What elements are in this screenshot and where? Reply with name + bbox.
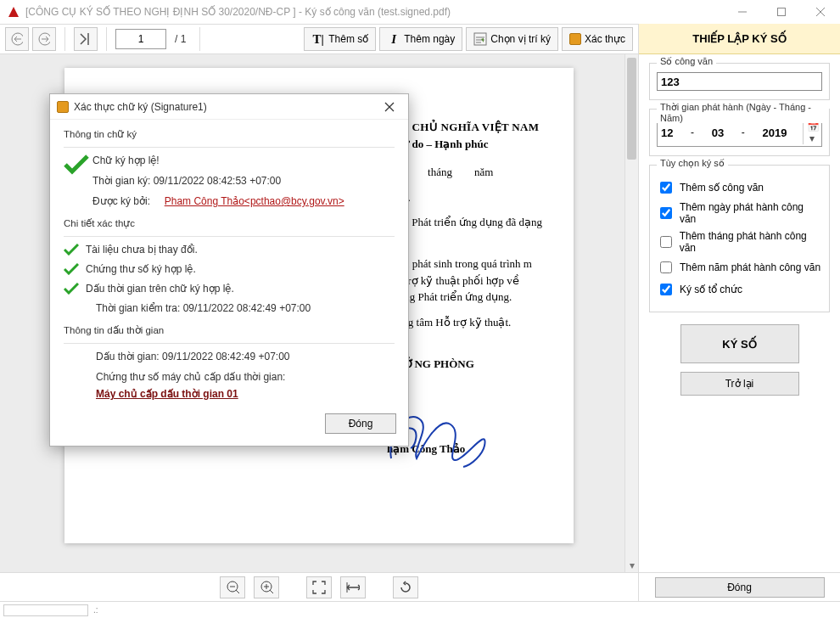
panel-title: THIẾP LẬP KÝ SỐ	[639, 24, 840, 54]
dialog-titlebar[interactable]: Xác thực chữ ký (Signature1)	[50, 94, 408, 120]
opt-add-year-checkbox[interactable]	[660, 261, 672, 273]
signature-valid-text: Chữ ký hợp lệ!	[92, 154, 395, 166]
opt-org-sign-checkbox[interactable]	[660, 284, 672, 295]
doc-p2: hòng Phát triển ứng dụng đã dạng PDF.	[387, 214, 548, 247]
rotate-button[interactable]	[393, 576, 418, 598]
signed-by-label: Được ký bởi:	[92, 195, 150, 207]
verify-icon	[569, 33, 581, 45]
opt-add-year[interactable]: Thêm năm phát hành công văn	[657, 259, 822, 276]
app-icon	[7, 5, 20, 19]
sign-options-fieldset: Tùy chọn ký số Thêm số công văn Thêm ngà…	[649, 165, 830, 312]
doc-number-input[interactable]	[657, 72, 822, 91]
page-total: / 1	[170, 33, 191, 45]
publish-date-label: Thời gian phát hành (Ngày - Tháng - Năm)	[657, 102, 829, 123]
status-box	[3, 604, 88, 616]
verify-label: Xác thực	[585, 33, 625, 45]
choose-position-label: Chọn vị trí ký	[490, 33, 551, 45]
verify-signature-dialog: Xác thực chữ ký (Signature1) Thông tin c…	[49, 93, 409, 447]
calendar-icon[interactable]: 📅▾	[803, 121, 818, 144]
opt-org-sign[interactable]: Ký số tổ chức	[657, 281, 822, 298]
statusbar: .:	[0, 601, 840, 618]
doc-header-line1: HỘI CHỦ NGHĨA VIỆT NAM	[387, 119, 548, 136]
window-maximize[interactable]	[762, 0, 801, 24]
doc-p1: huật.	[387, 189, 548, 206]
sign-options-label: Tùy chọn ký số	[657, 158, 728, 169]
opt-add-month[interactable]: Thêm tháng phát hành công văn	[657, 230, 822, 254]
fit-width-button[interactable]	[340, 576, 366, 598]
sect-signature-info: Thông tin chữ ký	[64, 128, 395, 140]
add-date-button[interactable]: I Thêm ngày	[379, 27, 462, 51]
svg-rect-3	[474, 33, 486, 45]
svg-rect-0	[778, 8, 786, 16]
sign-position-icon	[473, 32, 487, 46]
doc-director: RƯỞNG PHÒNG	[387, 356, 548, 373]
ts-server-link[interactable]: Máy chủ cấp dấu thời gian 01	[96, 388, 238, 400]
verify-time-text: Thời gian kiểm tra: 09/11/2022 08:42:49 …	[64, 302, 395, 314]
vertical-scrollbar[interactable]: ▴ ▾	[624, 54, 638, 572]
page-number-input[interactable]	[115, 29, 166, 49]
opt-add-day-checkbox[interactable]	[660, 207, 672, 219]
signed-by-link[interactable]: Pham Công Thảo<pcthao@bcy.gov.vn>	[165, 195, 344, 207]
opt-add-number[interactable]: Thêm số công văn	[657, 179, 822, 196]
check-icon	[64, 244, 86, 258]
detail-2: Chứng thư số ký hợp lệ.	[86, 263, 395, 275]
add-date-label: Thêm ngày	[404, 33, 455, 45]
window-minimize[interactable]	[723, 0, 762, 24]
prev-page-button[interactable]	[5, 27, 29, 51]
text-number-icon: T|	[311, 32, 325, 46]
dialog-title: Xác thực chữ ký (Signature1)	[74, 101, 378, 113]
window-title: [CÔNG CỤ KÝ SỐ THEO NGHỊ ĐỊNH SỐ 30/2020…	[25, 6, 451, 18]
window-close[interactable]	[801, 0, 840, 24]
text-date-icon: I	[387, 32, 400, 46]
publish-date-fieldset: Thời gian phát hành (Ngày - Tháng - Năm)…	[649, 109, 830, 156]
doc-header-line2: – Tự do – Hạnh phúc	[387, 136, 548, 153]
opt-add-day[interactable]: Thêm ngày phát hành công văn	[657, 201, 822, 225]
ts-server-label: Chứng thư số máy chủ cấp dấu thời gian:	[64, 371, 395, 383]
next-page-button[interactable]	[32, 27, 56, 51]
fit-page-button[interactable]	[306, 576, 332, 598]
back-button[interactable]: Trở lại	[680, 372, 799, 396]
opt-add-number-checkbox[interactable]	[660, 182, 672, 194]
viewer-bottom-toolbar	[0, 573, 638, 601]
resize-grip-icon: .:	[93, 605, 98, 615]
detail-1: Tài liệu chưa bị thay đổi.	[86, 244, 395, 256]
doc-p3: ề lỗi phát sinh trong quá trình m Hỗ trợ…	[387, 256, 548, 306]
add-number-button[interactable]: T| Thêm số	[304, 27, 376, 51]
toolbar: / 1 T| Thêm số I Thêm ngày Chọn vị trí k…	[0, 24, 638, 54]
date-month: 03	[712, 126, 724, 139]
date-day: 12	[661, 126, 673, 139]
dialog-close-button[interactable]: Đóng	[325, 413, 396, 434]
titlebar: [CÔNG CỤ KÝ SỐ THEO NGHỊ ĐỊNH SỐ 30/2020…	[0, 0, 840, 24]
dialog-close-x[interactable]	[378, 98, 401, 116]
sign-time-text: Thời gian ký: 09/11/2022 08:42:53 +07:00	[92, 175, 395, 187]
sect-verify-details: Chi tiết xác thực	[64, 217, 395, 229]
detail-3: Dấu thời gian trên chữ ký hợp lệ.	[86, 283, 395, 295]
panel-bottom: Đóng	[638, 573, 840, 601]
timestamp-text: Dấu thời gian: 09/11/2022 08:42:49 +07:0…	[64, 351, 395, 362]
zoom-out-button[interactable]	[220, 576, 245, 598]
verify-button[interactable]: Xác thực	[562, 27, 633, 51]
add-number-label: Thêm số	[328, 33, 368, 45]
zoom-in-button[interactable]	[254, 576, 279, 598]
last-page-button[interactable]	[74, 27, 98, 51]
doc-number-label: Số công văn	[657, 56, 716, 67]
doc-p4: Trung tâm Hỗ trợ kỹ thuật.	[387, 314, 548, 331]
opt-add-month-checkbox[interactable]	[660, 236, 672, 248]
sign-button[interactable]: KÝ SỐ	[680, 324, 799, 363]
scrollbar-thumb[interactable]	[627, 58, 636, 160]
doc-number-fieldset: Số công văn	[649, 63, 830, 100]
date-year: 2019	[762, 126, 787, 139]
valid-check-icon	[64, 154, 92, 179]
check-icon	[64, 283, 86, 297]
close-button[interactable]: Đóng	[655, 577, 825, 598]
check-icon	[64, 263, 86, 278]
right-panel: Số công văn Thời gian phát hành (Ngày - …	[638, 54, 840, 572]
sect-timestamp-info: Thông tin dấu thời gian	[64, 324, 395, 336]
doc-date-line: ngày tháng năm	[387, 164, 548, 181]
dialog-icon	[57, 101, 69, 113]
scroll-down-icon[interactable]: ▾	[625, 559, 638, 572]
choose-position-button[interactable]: Chọn vị trí ký	[466, 27, 558, 51]
